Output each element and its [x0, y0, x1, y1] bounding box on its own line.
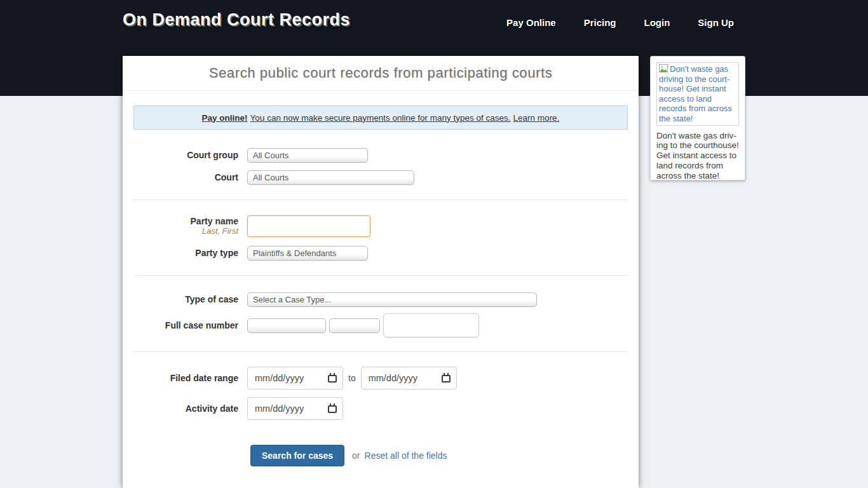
- calendar-icon[interactable]: [328, 375, 337, 383]
- case-number-label: Full case number: [123, 321, 247, 330]
- activity-date-row: Activity date mm/dd/yyyy: [123, 397, 639, 420]
- site-title[interactable]: On Demand Court Records: [123, 10, 350, 30]
- party-name-input[interactable]: [247, 215, 370, 237]
- activity-date-label: Activity date: [123, 404, 247, 414]
- court-label: Court: [123, 173, 247, 182]
- party-name-row: Party name Last, First: [123, 215, 639, 237]
- case-number-part2-select[interactable]: [329, 318, 380, 333]
- banner-lead: Pay online!: [202, 113, 248, 123]
- date-range-separator: to: [348, 373, 356, 383]
- search-for-cases-button[interactable]: Search for cases: [250, 445, 344, 466]
- nav-pay-online[interactable]: Pay Online: [506, 17, 556, 28]
- section-divider: [133, 200, 628, 200]
- court-group-label: Court group: [123, 151, 247, 160]
- party-type-select[interactable]: Plaintiffs & Defendants: [247, 246, 368, 261]
- party-name-format-hint: Last, First: [202, 226, 238, 236]
- filed-date-to-input[interactable]: mm/dd/yyyy: [361, 367, 457, 390]
- search-panel: Search public court records from partici…: [123, 56, 639, 488]
- panel-heading: Search public court records from partici…: [123, 56, 639, 91]
- form-actions: Search for cases or Reset all of the fie…: [123, 445, 639, 466]
- broken-image-icon: [659, 64, 669, 73]
- court-select[interactable]: All Courts: [247, 170, 414, 185]
- court-group-row: Court group All Courts: [123, 148, 639, 163]
- activity-date-input[interactable]: mm/dd/yyyy: [247, 397, 343, 420]
- calendar-icon[interactable]: [328, 405, 337, 413]
- court-group-select[interactable]: All Courts: [247, 148, 368, 163]
- filed-date-from-input[interactable]: mm/dd/yyyy: [247, 367, 343, 390]
- case-type-label: Type of case: [123, 295, 247, 304]
- land-records-ad-card: Don't waste gas driving to the courthous…: [650, 56, 745, 180]
- filed-date-from-placeholder: mm/dd/yyyy: [255, 373, 304, 383]
- nav-sign-up[interactable]: Sign Up: [698, 17, 734, 28]
- banner-text: You can now make secure payments online …: [250, 113, 511, 123]
- main-nav: Pay Online Pricing Login Sign Up: [506, 17, 734, 28]
- filed-date-row: Filed date range mm/dd/yyyy to mm/dd/yyy…: [123, 367, 639, 390]
- case-type-row: Type of case Select a Case Type...: [123, 292, 639, 307]
- party-name-label: Party name Last, First: [123, 217, 247, 235]
- calendar-icon[interactable]: [442, 375, 451, 383]
- party-type-label: Party type: [123, 248, 247, 258]
- or-text: or: [352, 451, 360, 461]
- nav-pricing[interactable]: Pricing: [584, 17, 616, 28]
- page-title: Search public court records from partici…: [209, 65, 552, 81]
- activity-date-placeholder: mm/dd/yyyy: [255, 403, 304, 414]
- filed-date-label: Filed date range: [123, 374, 247, 383]
- search-form: Court group All Courts Court All Courts …: [123, 130, 639, 466]
- pay-online-banner-link[interactable]: Pay online! You can now make secure paym…: [133, 105, 628, 130]
- reset-fields-link[interactable]: Reset all of the fields: [365, 451, 447, 461]
- court-row: Court All Courts: [123, 170, 639, 185]
- case-type-select[interactable]: Select a Case Type...: [247, 292, 537, 307]
- case-number-row: Full case number: [123, 313, 639, 337]
- ad-broken-image[interactable]: Don't waste gas driving to the courthous…: [656, 62, 739, 126]
- ad-image-alt-text: Don't waste gas driving to the courthous…: [659, 64, 732, 123]
- section-divider: [133, 351, 628, 352]
- case-number-part1-select[interactable]: [247, 318, 326, 333]
- party-type-row: Party type Plaintiffs & Defendants: [123, 246, 639, 261]
- case-number-part3-input[interactable]: [383, 313, 479, 337]
- banner-learn-more-link[interactable]: Learn more.: [513, 113, 560, 123]
- party-name-label-text: Party name: [191, 216, 238, 226]
- ad-caption: Don't waste gas driving to the courthous…: [656, 131, 739, 181]
- section-divider: [133, 275, 628, 276]
- filed-date-to-placeholder: mm/dd/yyyy: [369, 373, 417, 383]
- nav-login[interactable]: Login: [644, 17, 670, 28]
